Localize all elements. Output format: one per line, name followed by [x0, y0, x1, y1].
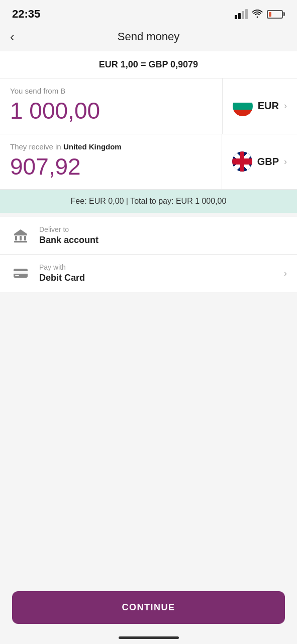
receive-row: They receive in United Kingdom 907,92 GB…: [0, 134, 297, 190]
fee-text: Fee: EUR 0,00 | Total to pay: EUR 1 000,…: [71, 197, 227, 205]
continue-button-wrap: CONTINUE: [0, 591, 297, 624]
send-chevron-icon: ›: [284, 101, 287, 111]
pay-with-row[interactable]: Pay with Debit Card ›: [0, 255, 297, 292]
pay-with-value: Debit Card: [39, 273, 284, 283]
options-section: Deliver to Bank account Pay with Debit C…: [0, 217, 297, 292]
deliver-to-row[interactable]: Deliver to Bank account: [0, 217, 297, 255]
receive-amount: 907,92: [10, 154, 212, 180]
svg-rect-0: [14, 234, 27, 235]
home-indicator: [119, 636, 179, 639]
send-row: You send from B 1 000,00 EUR ›: [0, 78, 297, 134]
status-time: 22:35: [12, 8, 40, 21]
send-flag: [233, 96, 253, 116]
wifi-icon: [252, 10, 263, 18]
send-label: You send from B: [10, 87, 212, 95]
continue-button[interactable]: CONTINUE: [12, 591, 285, 624]
exchange-rate-banner: EUR 1,00 = GBP 0,9079: [0, 51, 297, 78]
receive-currency-code: GBP: [257, 156, 279, 168]
svg-rect-4: [14, 241, 27, 243]
send-currency-selector[interactable]: EUR ›: [223, 78, 297, 134]
send-left: You send from B 1 000,00: [0, 78, 223, 134]
pay-with-chevron-icon: ›: [284, 268, 287, 279]
deliver-to-text: Deliver to Bank account: [39, 225, 287, 246]
back-button[interactable]: ‹: [10, 30, 15, 43]
receive-chevron-icon: ›: [284, 156, 287, 167]
exchange-rate-text: EUR 1,00 = GBP 0,9079: [99, 59, 198, 69]
svg-rect-3: [24, 236, 26, 240]
send-currency-code: EUR: [258, 100, 279, 112]
send-amount: 1 000,00: [10, 98, 212, 124]
pay-with-text: Pay with Debit Card: [39, 263, 284, 283]
bank-icon: [10, 225, 31, 246]
page-title: Send money: [118, 30, 180, 43]
fee-banner: Fee: EUR 0,00 | Total to pay: EUR 1 000,…: [0, 190, 297, 213]
status-icons: [235, 9, 285, 19]
card-icon: [10, 263, 31, 284]
signal-icon: [235, 9, 248, 19]
svg-rect-1: [15, 236, 17, 240]
pay-with-label: Pay with: [39, 263, 284, 271]
deliver-to-label: Deliver to: [39, 225, 287, 233]
battery-icon: [267, 10, 285, 19]
header: ‹ Send money: [0, 26, 297, 51]
receive-left: They receive in United Kingdom 907,92: [0, 134, 222, 190]
receive-country: United Kingdom: [63, 142, 122, 151]
receive-currency-selector[interactable]: GBP ›: [222, 134, 297, 190]
receive-label: They receive in United Kingdom: [10, 142, 212, 151]
status-bar: 22:35: [0, 0, 297, 26]
receive-flag: [232, 151, 252, 172]
svg-rect-7: [14, 271, 28, 274]
svg-rect-8: [15, 275, 19, 276]
currency-section: You send from B 1 000,00 EUR › They rece…: [0, 78, 297, 190]
deliver-to-value: Bank account: [39, 235, 287, 246]
svg-rect-2: [20, 236, 22, 240]
svg-marker-5: [14, 229, 27, 234]
